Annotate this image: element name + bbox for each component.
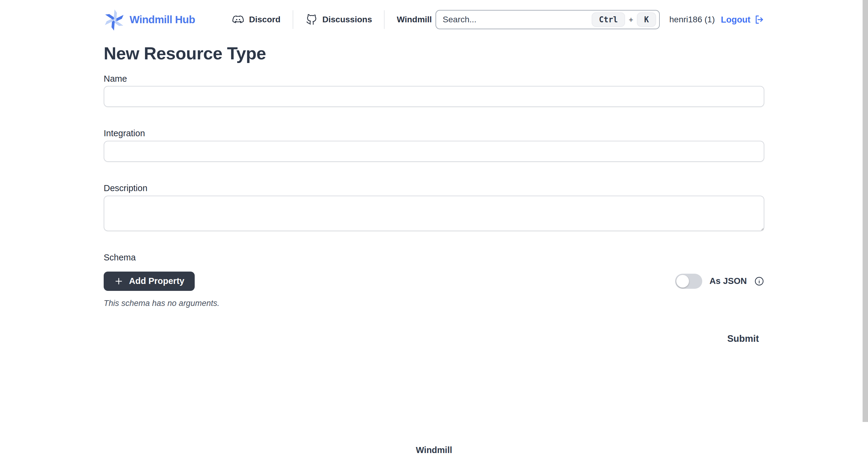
search-shortcut: Ctrl + K (592, 12, 656, 27)
logout-button[interactable]: Logout (721, 14, 764, 25)
brand-name: Windmill Hub (130, 13, 195, 26)
nav-item-windmill[interactable]: Windmill (397, 15, 432, 24)
kbd-plus: + (629, 15, 633, 24)
name-label: Name (104, 73, 764, 84)
nav-label-discussions: Discussions (322, 15, 372, 24)
logout-icon (753, 14, 764, 25)
github-discussions-icon (305, 13, 318, 26)
windmill-logo-icon (104, 8, 125, 31)
description-textarea[interactable] (104, 196, 764, 231)
footer: Windmill (0, 445, 868, 469)
scrollbar-thumb[interactable] (863, 0, 868, 422)
logout-label: Logout (721, 15, 750, 25)
kbd-ctrl: Ctrl (592, 12, 625, 27)
discord-icon (232, 13, 244, 26)
schema-label: Schema (104, 252, 764, 263)
primary-nav: Discord Discussions Windmill (232, 10, 432, 29)
schema-toolbar: Add Property As JSON (104, 272, 764, 291)
add-property-button[interactable]: Add Property (104, 272, 195, 291)
new-resource-type-form: New Resource Type Name Integration Descr… (104, 39, 764, 344)
submit-button[interactable]: Submit (727, 333, 764, 344)
search-input[interactable] (443, 15, 592, 24)
nav-divider (384, 10, 384, 29)
username: henri186 (1) (670, 15, 715, 24)
kbd-k: K (637, 12, 656, 27)
integration-input[interactable] (104, 141, 764, 162)
nav-divider (293, 10, 293, 29)
schema-empty-note: This schema has no arguments. (104, 299, 764, 308)
description-label: Description (104, 183, 764, 193)
page-title: New Resource Type (104, 43, 764, 64)
as-json-group: As JSON (675, 274, 764, 289)
info-icon[interactable] (754, 276, 764, 286)
nav-label-discord: Discord (249, 15, 280, 24)
integration-label: Integration (104, 128, 764, 139)
header: Windmill Hub Discord Discussions Windmil… (104, 0, 764, 39)
name-input[interactable] (104, 86, 764, 107)
add-property-label: Add Property (129, 276, 184, 286)
nav-item-discussions[interactable]: Discussions (305, 13, 372, 26)
submit-row: Submit (104, 333, 764, 344)
search-box[interactable]: Ctrl + K (435, 10, 660, 29)
brand-home-link[interactable]: Windmill Hub (104, 8, 195, 31)
nav-label-windmill: Windmill (397, 15, 432, 24)
toggle-knob (676, 275, 689, 287)
as-json-toggle[interactable] (675, 274, 702, 289)
as-json-label: As JSON (710, 276, 747, 286)
plus-icon (114, 276, 124, 286)
nav-item-discord[interactable]: Discord (232, 13, 280, 26)
footer-windmill-link[interactable]: Windmill (416, 445, 453, 455)
user-area: henri186 (1) Logout (670, 14, 764, 25)
